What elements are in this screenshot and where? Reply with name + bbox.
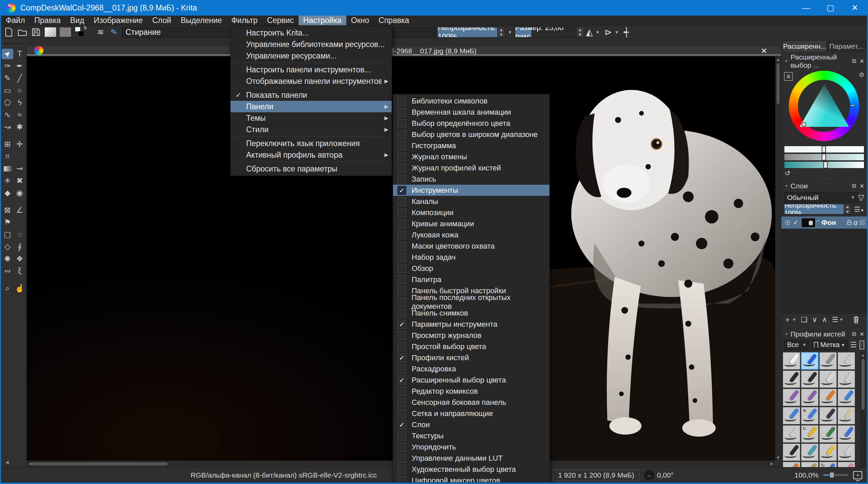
brush-presets-float-icon[interactable]: ⧉ — [852, 331, 856, 338]
color-slider-1[interactable] — [784, 146, 864, 153]
layer-filter-icon[interactable]: ▽ — [858, 193, 864, 202]
docker-checkbox-16[interactable] — [397, 264, 406, 273]
docker-checkbox-35[interactable] — [397, 476, 406, 483]
brush-presets-lock-icon[interactable]: ◔ — [784, 331, 788, 338]
docker-checkbox-28[interactable] — [397, 398, 406, 407]
document-tab-close-icon[interactable]: ✕ — [761, 46, 767, 56]
layer-row-background[interactable]: ☉ ✓ ⌐ Фон α — [781, 216, 867, 229]
color-slider-2[interactable] — [784, 154, 864, 161]
docker-checkbox-6[interactable] — [397, 153, 406, 161]
move-layer-up-button[interactable]: ∧ — [822, 316, 827, 324]
tab-tool-options[interactable]: Парамет... — [827, 41, 866, 52]
docker-toggle-item-13[interactable]: Луковая кожа — [393, 229, 549, 240]
menubar-item-11[interactable]: Справка — [374, 16, 414, 25]
new-document-icon[interactable] — [3, 27, 15, 37]
color-history-icon[interactable]: ⊘ — [859, 71, 864, 78]
menubar-item-1[interactable]: Файл — [1, 16, 30, 25]
brush-preset-7[interactable] — [819, 370, 837, 388]
brush-preset-1[interactable] — [783, 352, 800, 370]
bezier-curve-tool[interactable]: ∿ — [2, 110, 13, 120]
smart-patch-tool[interactable]: ✖ — [14, 176, 25, 186]
fg-bg-colors[interactable]: ⇅ — [75, 27, 87, 38]
text-tool[interactable]: T — [14, 49, 25, 59]
color-wheel[interactable]: ≣ ⊘ — [784, 71, 864, 144]
similar-color-select-tool[interactable]: ❖ — [14, 254, 25, 264]
fit-to-screen-icon[interactable] — [853, 471, 862, 479]
docker-checkbox-21[interactable]: ✓ — [397, 320, 406, 329]
docker-toggle-item-5[interactable]: Гистограмма — [393, 140, 549, 151]
menubar-item-8[interactable]: Сервис — [262, 16, 299, 25]
docker-toggle-item-2[interactable]: Временная шкала анимации — [393, 107, 549, 118]
brush-preset-3[interactable] — [819, 352, 837, 370]
open-document-icon[interactable] — [17, 27, 28, 37]
brush-preset-22[interactable] — [801, 443, 819, 461]
assistants-tool[interactable]: ⚑ — [2, 217, 13, 228]
select-shapes-tool[interactable]: ➤ — [2, 49, 13, 59]
close-docker-icon[interactable]: ✕ — [860, 58, 864, 65]
settings-menu-item-6[interactable]: ✓Показать панели — [231, 89, 392, 101]
settings-menu-item-1[interactable]: Настроить Krita... — [231, 27, 392, 39]
brush-preset-8[interactable] — [838, 370, 855, 388]
ellipse-select-tool[interactable]: ◌ — [14, 229, 25, 240]
docker-checkbox-30[interactable]: ✓ — [397, 420, 406, 429]
brush-preset-19[interactable] — [819, 425, 837, 443]
settings-menu-item-7[interactable]: Панели▶ — [231, 101, 392, 112]
preset-filter-combo[interactable]: Все▼ — [784, 340, 809, 350]
docker-checkbox-34[interactable] — [397, 465, 406, 474]
size-slider[interactable]: Размер: 25,00 пикс. — [515, 27, 577, 38]
sv-marker[interactable] — [802, 122, 806, 127]
docker-checkbox-17[interactable] — [397, 275, 406, 284]
brush-preset-12[interactable] — [838, 389, 855, 406]
docker-toggle-item-23[interactable]: Простой выбор цвета — [393, 341, 549, 352]
swap-colors-icon[interactable]: ⇅ — [83, 25, 87, 30]
enclose-fill-tool[interactable]: ◉ — [14, 188, 25, 198]
layer-name[interactable]: Фон — [821, 218, 836, 227]
brush-preset-2[interactable] — [801, 352, 819, 370]
docker-toggle-item-1[interactable]: Библиотеки символов — [393, 95, 549, 107]
blend-mode-combo[interactable]: Обычный▼ — [784, 192, 858, 203]
docker-checkbox-31[interactable] — [397, 432, 406, 440]
bezier-select-tool[interactable]: ∾ — [2, 266, 13, 276]
brush-preset-23[interactable] — [819, 443, 837, 461]
layer-inherit-alpha-icon[interactable] — [860, 220, 865, 225]
menubar-item-5[interactable]: Слой — [148, 16, 176, 25]
docker-checkbox-5[interactable] — [397, 141, 406, 150]
mini-color-wheel-icon[interactable] — [34, 46, 43, 55]
docker-checkbox-22[interactable] — [397, 331, 406, 340]
docker-checkbox-4[interactable] — [397, 130, 406, 139]
docker-checkbox-15[interactable] — [397, 253, 406, 262]
docker-checkbox-20[interactable] — [397, 309, 406, 318]
docker-checkbox-23[interactable] — [397, 342, 406, 351]
settings-menu-item-4[interactable]: Настроить панели инструментов... — [231, 64, 392, 75]
trim-to-image-icon[interactable]: ┽ — [624, 27, 629, 38]
docker-toggle-item-21[interactable]: ✓Параметры инструмента — [393, 319, 549, 330]
settings-menu-item-2[interactable]: Управление библиотеками ресурсов... — [231, 39, 392, 50]
maximize-button[interactable]: ▢ — [818, 0, 843, 16]
preset-view-mode-icon[interactable]: ⦙ — [860, 341, 864, 349]
layer-options-icon[interactable]: ☰▼ — [854, 205, 864, 213]
layer-thumbnail[interactable] — [802, 218, 815, 227]
docker-checkbox-11[interactable] — [397, 208, 406, 217]
mirror-vertical-icon[interactable]: ⊳ — [605, 27, 612, 38]
zoom-slider[interactable] — [823, 474, 848, 476]
polygon-select-tool[interactable]: ◇ — [2, 241, 13, 252]
menubar-item-7[interactable]: Фильтр — [227, 16, 262, 25]
docker-checkbox-13[interactable] — [397, 231, 406, 239]
menubar-item-3[interactable]: Вид — [65, 16, 89, 25]
docker-toggle-item-17[interactable]: Палитра — [393, 274, 549, 285]
docker-checkbox-3[interactable] — [397, 119, 406, 128]
brush-preset-20[interactable] — [838, 425, 855, 443]
docker-toggle-item-31[interactable]: Текстуры — [393, 430, 549, 441]
docker-checkbox-12[interactable] — [397, 220, 406, 228]
mirror-vertical-dropdown-icon[interactable]: ▼ — [615, 30, 619, 35]
zoom-tool[interactable]: ⌕ — [2, 283, 13, 294]
docker-checkbox-26[interactable]: ✓ — [397, 376, 406, 385]
brush-settings-icon[interactable]: ≋ — [95, 27, 106, 37]
docker-toggle-item-27[interactable]: Редактор комиксов — [393, 386, 549, 397]
docker-checkbox-9[interactable]: ✓ — [397, 186, 406, 195]
canvas-rotation-icon[interactable]: ↔ — [644, 470, 654, 480]
tag-button[interactable]: Метка ▼ — [811, 340, 847, 350]
docker-toggle-item-3[interactable]: Выбор определённого цвета — [393, 118, 549, 129]
move-layer-down-button[interactable]: ∨ — [812, 316, 817, 324]
tab-advanced-color-selector[interactable]: Расширенн... — [783, 41, 827, 52]
